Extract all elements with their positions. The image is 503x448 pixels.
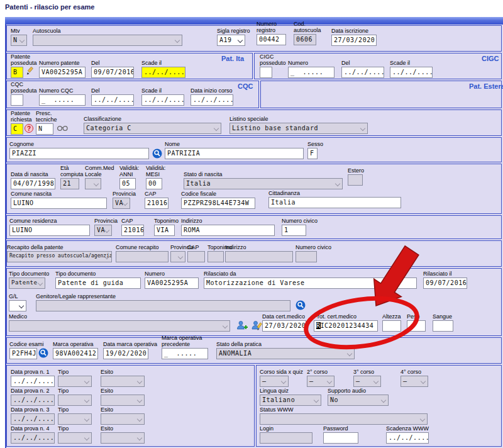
comune-residenza-input[interactable]: LUINO (9, 225, 90, 236)
comune-nascita-label: Comune nascita (11, 191, 107, 197)
listino-speciale-select[interactable]: Listino base standard (229, 123, 368, 134)
tipo-documento-input[interactable]: Patente di guida (55, 277, 141, 289)
corso-sida-select[interactable]: – (260, 376, 289, 387)
patenti-window: Patenti - rilascio per esame Mtv N Autos… (0, 0, 503, 448)
numero-civico-input[interactable]: 1 (282, 225, 306, 236)
codice-esami-input[interactable]: P2FH4J (9, 348, 37, 359)
validita-mesi-label: Validità: MESI (146, 165, 174, 177)
data-cert-medico-input[interactable]: 27/03/2020 (262, 320, 306, 332)
cigc-posseduto-input[interactable] (260, 67, 272, 78)
pencil-icon[interactable] (26, 67, 34, 75)
tipo-prova-3-label: Tipo (58, 406, 92, 413)
group-pat-estera (260, 81, 502, 108)
patente-posseduta-input[interactable]: B (11, 67, 23, 78)
cqc-scade-input[interactable]: ../../.... (141, 94, 184, 106)
add-person-icon[interactable] (236, 320, 248, 330)
peso-label: Peso (407, 313, 426, 320)
data-nascita-input[interactable]: 04/07/1998 (11, 178, 55, 189)
search-icon[interactable] (38, 348, 48, 358)
cqc-data-inizio-input[interactable]: ../../.... (191, 94, 233, 106)
tipo-documento-select[interactable]: Patente (9, 277, 45, 289)
lingua-quiz-select[interactable]: Italiano (260, 395, 321, 406)
eta-compiuta-input: 21 (60, 178, 79, 189)
sigla-registro-select[interactable]: A19 (217, 35, 245, 46)
data-iscrizione-input[interactable]: 27/03/2020 (331, 35, 377, 46)
mtv-select[interactable]: N (11, 35, 27, 46)
toponimo-field: Toponimo VIA (154, 218, 179, 236)
validita-anni-input[interactable]: 05 (119, 178, 136, 189)
corso-4-label: 4° corso (401, 369, 428, 375)
cap-nascita-input[interactable]: 21016 (145, 198, 169, 209)
cap-residenza-input[interactable]: 21016 (121, 225, 144, 236)
data-prova-4-input: ../../.... (11, 432, 55, 444)
classificazione-select[interactable]: Categoria C (84, 123, 221, 134)
presc-tecniche-input[interactable]: N (36, 123, 53, 135)
estero-input (348, 174, 363, 186)
cigc-del-input[interactable]: ../../.... (341, 67, 384, 78)
cqc-del-input[interactable]: ../../.... (91, 94, 134, 106)
supporto-audio-select[interactable]: No (328, 395, 389, 406)
sesso-input[interactable]: F (307, 148, 318, 159)
numero-registro-input[interactable]: 00442 (257, 34, 286, 45)
rilasciato-da-input[interactable]: Motorizzazione di Varese (204, 277, 417, 289)
data-prova-1-input[interactable]: ../../.... (11, 376, 55, 387)
data-prova-4-field: Data prova n. 4 ../../.... (11, 425, 55, 444)
login-input (260, 432, 312, 444)
cqc-numero-input[interactable]: _ ..... (39, 94, 86, 106)
data-prova-2-label: Data prova n. 2 (11, 388, 55, 394)
numero-patente-input[interactable]: VA0025295A (39, 67, 86, 78)
search-icon[interactable] (296, 300, 306, 310)
corso-sida-field: Corso sida x quiz – (260, 369, 303, 387)
provincia-nascita-select[interactable]: VA (113, 198, 130, 209)
data-prova-3-field: Data prova n. 3 ../../.... (11, 406, 55, 425)
status-www-select[interactable] (260, 413, 428, 425)
comune-nascita-input[interactable]: LUINO (11, 198, 107, 209)
tipo-prova-3-select (58, 413, 92, 425)
rilasciato-il-input[interactable]: 09/07/2016 (423, 277, 467, 289)
gl-select[interactable] (9, 300, 26, 311)
altezza-input[interactable] (382, 320, 401, 332)
corso-sida-label: Corso sida x quiz (260, 369, 303, 375)
chevron-down-icon (94, 181, 99, 186)
cognome-input[interactable]: PIAZZI (9, 148, 149, 159)
esito-prova-2-field: Esito (101, 388, 145, 406)
civico-recapito-label: Numero civico (296, 244, 331, 250)
medico-field: Medico (9, 313, 230, 332)
marca-precedente-input[interactable]: _ ..... (162, 348, 208, 359)
patente-scade-input[interactable]: ../../.... (141, 67, 185, 78)
prot-cert-medico-label: Prot. cert.medico (314, 313, 378, 320)
nome-input[interactable]: PATRIZIA (165, 148, 304, 159)
chevron-down-icon (19, 303, 24, 308)
scadenza-www-input[interactable]: ../../.... (386, 432, 429, 444)
cqc-posseduta-input[interactable] (11, 94, 23, 106)
search-icon[interactable] (152, 148, 162, 159)
tipo-prova-1-select (58, 376, 92, 387)
provincia-residenza-select[interactable]: VA (94, 225, 112, 236)
pat-ita-section-label: Pat. Ita (221, 55, 244, 62)
comm-med-label: Comm.Med Locale (85, 165, 118, 177)
chevron-down-icon (137, 398, 142, 403)
cqc-del-field: Del ../../.... (91, 87, 134, 106)
validita-mesi-input[interactable]: 00 (146, 178, 162, 189)
cigc-scade-input[interactable]: ../../.... (390, 67, 433, 78)
patente-posseduta-label: Patente posseduta (11, 53, 42, 66)
numero-documento-input[interactable]: VA0025295A (145, 277, 199, 289)
numero-patente-field: Numero patente VA0025295A (39, 60, 86, 78)
toponimo-input[interactable]: VIA (154, 225, 175, 236)
sesso-label: Sesso (307, 141, 323, 147)
cittadinanza-input[interactable]: Italia (268, 197, 401, 208)
chevron-down-icon (327, 379, 332, 384)
data-marca-operativa-input[interactable]: 19/02/2020 (103, 348, 148, 359)
marca-operativa-input[interactable]: 98VA002412 (53, 348, 98, 359)
cigc-numero-input[interactable]: _ ..... (288, 67, 334, 78)
password-input[interactable] (323, 432, 358, 444)
codice-fiscale-input[interactable]: PZZPRZ98L44E734W (181, 198, 255, 209)
sesso-field: Sesso F (307, 141, 323, 159)
patente-richiesta-input[interactable]: C (11, 123, 23, 135)
cqc-data-inizio-label: Data inizio corso (191, 87, 233, 94)
sangue-input[interactable] (433, 320, 453, 332)
patente-del-input[interactable]: 09/07/2016 (91, 67, 134, 78)
prot-cert-medico-input[interactable]: RIC20201234434 (314, 320, 378, 332)
peso-input[interactable] (407, 320, 426, 332)
indirizzo-input[interactable]: ROMA (181, 225, 275, 236)
